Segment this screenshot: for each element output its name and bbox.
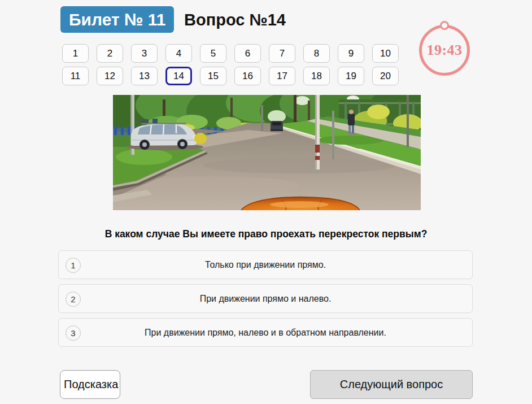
question-nav-button-10[interactable]: 10 xyxy=(372,44,399,63)
question-nav-button-4[interactable]: 4 xyxy=(165,44,192,63)
road-scene-photo xyxy=(113,95,421,210)
countdown-timer: 19:43 xyxy=(419,25,470,76)
question-nav-button-6[interactable]: 6 xyxy=(234,44,261,63)
question-text: В каком случае Вы имеете право проехать … xyxy=(0,228,532,240)
question-nav-button-14-active[interactable]: 14 xyxy=(165,67,192,85)
question-nav-button-2[interactable]: 2 xyxy=(97,44,123,63)
answer-option-3[interactable]: 3 При движении прямо, налево и в обратно… xyxy=(58,318,473,347)
hint-button[interactable]: Подсказка xyxy=(60,370,120,399)
question-nav-button-7[interactable]: 7 xyxy=(269,44,295,63)
question-nav-button-9[interactable]: 9 xyxy=(338,44,364,63)
question-nav-button-8[interactable]: 8 xyxy=(303,44,330,63)
question-nav-button-15[interactable]: 15 xyxy=(200,67,226,85)
question-nav-button-3[interactable]: 3 xyxy=(131,44,158,63)
timer-value: 19:43 xyxy=(426,42,462,59)
question-nav-button-11[interactable]: 11 xyxy=(62,67,89,85)
question-nav-button-19[interactable]: 19 xyxy=(338,67,364,85)
question-nav-button-12[interactable]: 12 xyxy=(97,67,123,85)
question-nav-button-13[interactable]: 13 xyxy=(131,67,158,85)
question-nav-button-5[interactable]: 5 xyxy=(200,44,226,63)
question-nav-button-17[interactable]: 17 xyxy=(269,67,295,85)
answer-3-text: При движении прямо, налево и в обратном … xyxy=(59,319,472,346)
next-question-button[interactable]: Следующий вопрос xyxy=(310,370,473,399)
answer-2-text: При движении прямо и налево. xyxy=(59,285,472,312)
question-number-title: Вопрос №14 xyxy=(184,6,286,33)
answer-option-2[interactable]: 2 При движении прямо и налево. xyxy=(58,284,473,313)
answer-1-text: Только при движении прямо. xyxy=(59,251,472,279)
stopwatch-knob-icon xyxy=(440,21,449,30)
answer-option-1[interactable]: 1 Только при движении прямо. xyxy=(58,250,473,279)
exam-page: Билет № 11 Вопрос №14 19:43 1 2 3 4 5 6 … xyxy=(0,0,532,404)
question-nav-button-20[interactable]: 20 xyxy=(372,67,399,85)
question-nav-button-18[interactable]: 18 xyxy=(303,67,330,85)
question-nav-button-1[interactable]: 1 xyxy=(62,44,89,63)
ticket-number-badge: Билет № 11 xyxy=(60,6,174,33)
question-nav-button-16[interactable]: 16 xyxy=(234,67,261,85)
